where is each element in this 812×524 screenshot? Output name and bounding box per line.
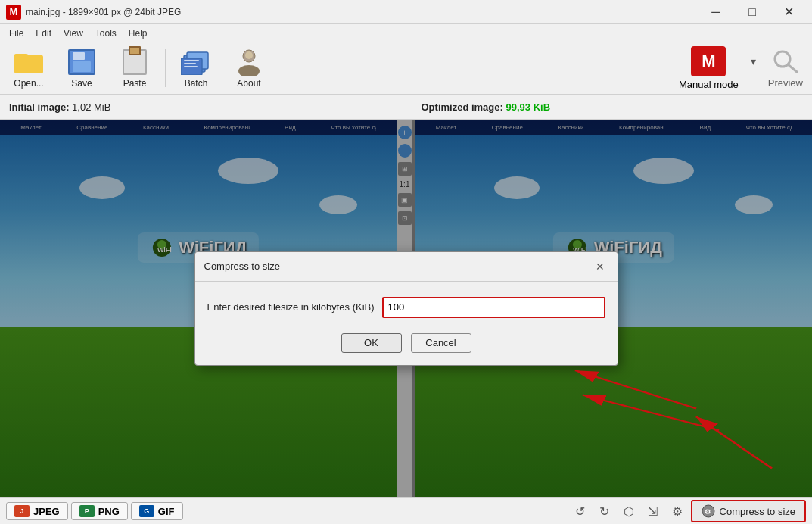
- bottom-bar: J JPEG P PNG G GIF ↺ ↻ ⬡ ⇲ ⚙ ⚙ Compress …: [0, 497, 812, 524]
- save-button[interactable]: Save: [56, 45, 107, 92]
- dialog-body: Enter desired filesize in kilobytes (KiB…: [195, 282, 618, 365]
- menu-tools[interactable]: Tools: [89, 27, 123, 40]
- open-button[interactable]: Open...: [3, 45, 54, 92]
- settings-button[interactable]: ⚙: [667, 501, 688, 522]
- window-title: main.jpg - 1899×901 px @ 24bit JPEG: [26, 7, 698, 17]
- about-label: About: [237, 78, 260, 89]
- svg-line-20: [696, 416, 772, 468]
- folder-icon: [14, 51, 43, 73]
- compress-dialog: Compress to size ✕ Enter desired filesiz…: [194, 251, 618, 366]
- dialog-close-button[interactable]: ✕: [592, 258, 608, 275]
- optimized-label: Optimized image:: [422, 101, 503, 113]
- jpeg-format-button[interactable]: J JPEG: [6, 502, 68, 520]
- svg-line-19: [583, 395, 719, 430]
- svg-line-18: [575, 370, 696, 408]
- about-button[interactable]: About: [223, 45, 275, 92]
- gif-label: GIF: [158, 506, 175, 517]
- bottom-right-controls: ↺ ↻ ⬡ ⇲ ⚙ ⚙ Compress to size: [570, 500, 806, 522]
- svg-text:⚙: ⚙: [705, 508, 711, 516]
- m-icon: M: [691, 46, 726, 76]
- toolbar-right: M Manual mode ▾ Preview: [673, 43, 809, 93]
- compress-to-size-button[interactable]: ⚙ Compress to size: [691, 500, 806, 522]
- initial-label: Initial image:: [9, 101, 69, 113]
- dialog-input-row: Enter desired filesize in kilobytes (KiB…: [207, 297, 605, 318]
- gif-icon: G: [139, 505, 154, 517]
- open-icon: [14, 48, 44, 76]
- paste-button[interactable]: Paste: [109, 45, 160, 92]
- png-icon: P: [79, 505, 95, 517]
- batch-button[interactable]: Batch: [170, 45, 222, 92]
- dialog-title-bar: Compress to size ✕: [195, 252, 618, 282]
- clipboard-icon: [123, 49, 147, 75]
- manual-mode-button[interactable]: M Manual mode: [673, 43, 745, 93]
- dialog-buttons: OK Cancel: [207, 333, 605, 353]
- paste-label: Paste: [123, 78, 147, 89]
- paste-icon: [120, 48, 150, 76]
- compress-label: Compress to size: [720, 506, 795, 517]
- title-bar: M main.jpg - 1899×901 px @ 24bit JPEG ─ …: [0, 0, 812, 24]
- dialog-input-label: Enter desired filesize in kilobytes (KiB…: [207, 301, 375, 313]
- undo-button[interactable]: ↺: [570, 501, 591, 522]
- menu-file[interactable]: File: [3, 27, 30, 40]
- batch-label: Batch: [185, 78, 208, 89]
- preview-button[interactable]: Preview: [762, 45, 809, 92]
- jpeg-icon: J: [14, 505, 30, 517]
- maximize-button[interactable]: □: [735, 2, 770, 23]
- window-controls: ─ □ ✕: [698, 2, 806, 23]
- jpeg-label: JPEG: [33, 506, 60, 517]
- redo-button[interactable]: ↻: [594, 501, 615, 522]
- menu-edit[interactable]: Edit: [30, 27, 58, 40]
- gif-format-button[interactable]: G GIF: [131, 502, 183, 520]
- png-label: PNG: [98, 506, 120, 517]
- svg-rect-3: [184, 60, 199, 61]
- filesize-input[interactable]: [382, 297, 605, 318]
- save-icon: [67, 48, 97, 76]
- cancel-button[interactable]: Cancel: [411, 333, 471, 353]
- optimized-size: 99,93 KiB: [506, 101, 550, 113]
- main-area: Маклет Сравнение Кассники Компренировани…: [0, 120, 812, 497]
- optimized-image-info: Optimized image: 99,93 KiB: [391, 101, 804, 113]
- menu-bar: File Edit View Tools Help: [0, 24, 812, 42]
- toolbar: Open... Save Paste Batch: [0, 42, 812, 95]
- disk-icon: [68, 49, 95, 75]
- svg-rect-5: [184, 66, 198, 67]
- manual-mode-label: Manual mode: [679, 79, 739, 90]
- svg-line-10: [788, 64, 797, 72]
- app-icon: M: [6, 5, 21, 20]
- initial-size: 1,02 MiB: [72, 101, 110, 113]
- png-format-button[interactable]: P PNG: [71, 502, 128, 520]
- manual-mode-dropdown[interactable]: ▾: [748, 55, 759, 67]
- close-button[interactable]: ✕: [771, 2, 806, 23]
- batch-icon: [181, 48, 211, 76]
- initial-image-info: Initial image: 1,02 MiB: [9, 101, 391, 113]
- watermark-button[interactable]: ⬡: [618, 501, 639, 522]
- separator: [165, 49, 166, 87]
- svg-rect-4: [184, 63, 196, 64]
- preview-icon: [770, 48, 801, 75]
- dialog-overlay: Compress to size ✕ Enter desired filesiz…: [0, 120, 812, 497]
- minimize-button[interactable]: ─: [698, 2, 733, 23]
- preview-label: Preview: [768, 77, 803, 89]
- about-icon: [234, 48, 264, 76]
- svg-point-8: [245, 51, 253, 59]
- info-bar: Initial image: 1,02 MiB Optimized image:…: [0, 95, 812, 120]
- open-label: Open...: [14, 78, 43, 89]
- menu-help[interactable]: Help: [123, 27, 154, 40]
- menu-view[interactable]: View: [58, 27, 89, 40]
- resize-button[interactable]: ⇲: [642, 501, 664, 522]
- svg-point-7: [238, 65, 260, 76]
- save-label: Save: [71, 78, 92, 89]
- compress-icon: ⚙: [702, 504, 715, 518]
- ok-button[interactable]: OK: [341, 333, 402, 353]
- dialog-title: Compress to size: [204, 260, 280, 272]
